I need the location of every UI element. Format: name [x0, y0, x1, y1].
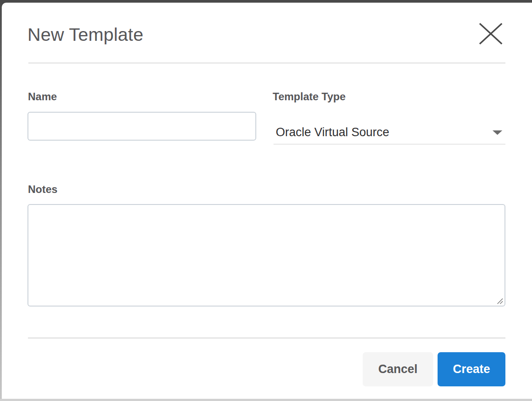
close-button[interactable] — [476, 20, 505, 48]
footer-divider — [28, 338, 505, 338]
notes-textarea[interactable] — [27, 204, 505, 307]
new-template-dialog: New Template Name Template Type Oracle V… — [0, 0, 532, 401]
template-type-label: Template Type — [273, 91, 345, 102]
name-input[interactable] — [27, 112, 256, 141]
header-divider — [28, 63, 505, 63]
dialog-title: New Template — [27, 24, 143, 45]
template-type-selected-value: Oracle Virtual Source — [276, 126, 389, 138]
cancel-button[interactable]: Cancel — [363, 352, 433, 386]
chevron-down-icon — [493, 130, 502, 135]
template-type-select[interactable]: Oracle Virtual Source — [274, 114, 505, 145]
notes-label: Notes — [28, 184, 58, 195]
notes-field-wrap — [27, 204, 505, 307]
resize-handle-icon[interactable] — [497, 298, 504, 305]
close-icon — [479, 23, 503, 45]
name-label: Name — [28, 91, 57, 102]
create-button[interactable]: Create — [438, 352, 505, 386]
